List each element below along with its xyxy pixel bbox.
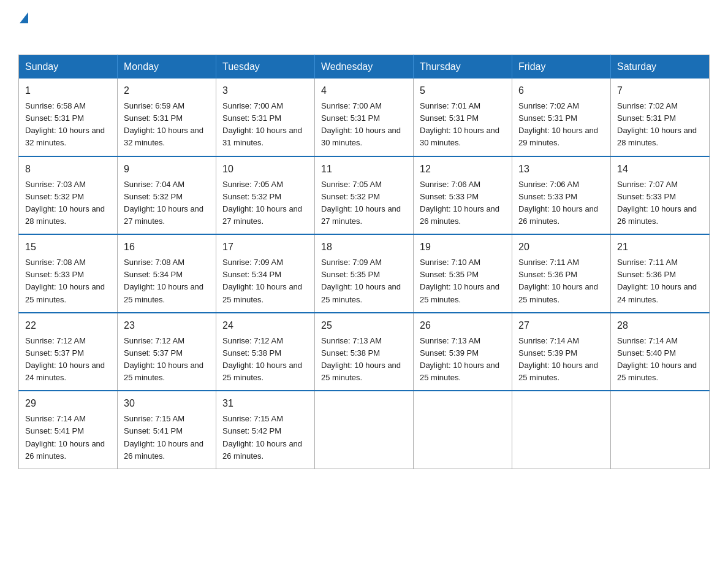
calendar-day-cell: 7 Sunrise: 7:02 AMSunset: 5:31 PMDayligh… <box>611 79 710 156</box>
calendar-day-cell: 25 Sunrise: 7:13 AMSunset: 5:38 PMDaylig… <box>315 313 414 391</box>
day-number: 28 <box>617 318 703 333</box>
calendar-day-cell: 2 Sunrise: 6:59 AMSunset: 5:31 PMDayligh… <box>118 79 216 156</box>
day-number: 26 <box>420 318 506 333</box>
day-info: Sunrise: 7:07 AMSunset: 5:33 PMDaylight:… <box>617 180 697 226</box>
day-number: 29 <box>25 396 111 411</box>
day-info: Sunrise: 7:02 AMSunset: 5:31 PMDaylight:… <box>617 101 697 147</box>
day-number: 5 <box>420 83 506 98</box>
day-info: Sunrise: 7:15 AMSunset: 5:42 PMDaylight:… <box>222 414 302 460</box>
calendar-day-cell <box>414 391 512 469</box>
calendar-day-cell: 29 Sunrise: 7:14 AMSunset: 5:41 PMDaylig… <box>19 391 118 469</box>
day-number: 13 <box>518 162 604 177</box>
day-info: Sunrise: 7:09 AMSunset: 5:34 PMDaylight:… <box>222 258 302 304</box>
calendar-table: SundayMondayTuesdayWednesdayThursdayFrid… <box>18 55 710 469</box>
day-info: Sunrise: 7:06 AMSunset: 5:33 PMDaylight:… <box>420 180 499 226</box>
calendar-day-cell: 31 Sunrise: 7:15 AMSunset: 5:42 PMDaylig… <box>216 391 315 469</box>
logo <box>18 12 28 44</box>
day-info: Sunrise: 7:10 AMSunset: 5:35 PMDaylight:… <box>420 258 499 304</box>
calendar-day-cell: 19 Sunrise: 7:10 AMSunset: 5:35 PMDaylig… <box>414 234 512 313</box>
day-number: 14 <box>617 162 703 177</box>
day-info: Sunrise: 7:09 AMSunset: 5:35 PMDaylight:… <box>321 258 401 304</box>
day-number: 15 <box>25 240 111 255</box>
day-of-week-header: Sunday <box>19 55 118 79</box>
day-number: 11 <box>321 162 407 177</box>
calendar-day-cell: 24 Sunrise: 7:12 AMSunset: 5:38 PMDaylig… <box>216 313 315 391</box>
calendar-day-cell: 4 Sunrise: 7:00 AMSunset: 5:31 PMDayligh… <box>315 79 414 156</box>
day-of-week-header: Thursday <box>414 55 512 79</box>
day-number: 22 <box>25 318 111 333</box>
day-info: Sunrise: 7:14 AMSunset: 5:41 PMDaylight:… <box>25 414 105 460</box>
day-number: 3 <box>222 83 308 98</box>
day-info: Sunrise: 7:12 AMSunset: 5:37 PMDaylight:… <box>124 336 203 382</box>
calendar-week-row: 1 Sunrise: 6:58 AMSunset: 5:31 PMDayligh… <box>19 79 710 156</box>
calendar-week-row: 8 Sunrise: 7:03 AMSunset: 5:32 PMDayligh… <box>19 156 710 235</box>
day-number: 23 <box>124 318 210 333</box>
day-info: Sunrise: 7:14 AMSunset: 5:39 PMDaylight:… <box>518 336 598 382</box>
day-info: Sunrise: 7:04 AMSunset: 5:32 PMDaylight:… <box>124 180 203 226</box>
day-info: Sunrise: 7:06 AMSunset: 5:33 PMDaylight:… <box>518 180 598 226</box>
day-number: 25 <box>321 318 407 333</box>
days-of-week-row: SundayMondayTuesdayWednesdayThursdayFrid… <box>19 55 710 79</box>
day-info: Sunrise: 7:12 AMSunset: 5:37 PMDaylight:… <box>25 336 105 382</box>
calendar-day-cell: 28 Sunrise: 7:14 AMSunset: 5:40 PMDaylig… <box>611 313 710 391</box>
calendar-week-row: 22 Sunrise: 7:12 AMSunset: 5:37 PMDaylig… <box>19 313 710 391</box>
day-number: 27 <box>518 318 604 333</box>
day-of-week-header: Wednesday <box>315 55 414 79</box>
calendar-day-cell: 22 Sunrise: 7:12 AMSunset: 5:37 PMDaylig… <box>19 313 118 391</box>
day-info: Sunrise: 7:14 AMSunset: 5:40 PMDaylight:… <box>617 336 697 382</box>
day-info: Sunrise: 6:59 AMSunset: 5:31 PMDaylight:… <box>124 101 203 147</box>
page-header <box>18 12 710 44</box>
day-number: 30 <box>124 396 210 411</box>
day-of-week-header: Saturday <box>611 55 710 79</box>
day-number: 10 <box>222 162 308 177</box>
day-info: Sunrise: 6:58 AMSunset: 5:31 PMDaylight:… <box>25 101 105 147</box>
day-number: 18 <box>321 240 407 255</box>
calendar-day-cell: 26 Sunrise: 7:13 AMSunset: 5:39 PMDaylig… <box>414 313 512 391</box>
day-number: 19 <box>420 240 506 255</box>
calendar-day-cell: 10 Sunrise: 7:05 AMSunset: 5:32 PMDaylig… <box>216 156 315 235</box>
calendar-day-cell <box>512 391 611 469</box>
day-info: Sunrise: 7:08 AMSunset: 5:33 PMDaylight:… <box>25 258 105 304</box>
logo-text <box>18 12 28 25</box>
calendar-day-cell: 3 Sunrise: 7:00 AMSunset: 5:31 PMDayligh… <box>216 79 315 156</box>
calendar-day-cell: 18 Sunrise: 7:09 AMSunset: 5:35 PMDaylig… <box>315 234 414 313</box>
day-number: 7 <box>617 83 703 98</box>
day-number: 6 <box>518 83 604 98</box>
day-info: Sunrise: 7:02 AMSunset: 5:31 PMDaylight:… <box>518 101 598 147</box>
day-number: 4 <box>321 83 407 98</box>
calendar-day-cell: 13 Sunrise: 7:06 AMSunset: 5:33 PMDaylig… <box>512 156 611 235</box>
day-number: 2 <box>124 83 210 98</box>
day-info: Sunrise: 7:11 AMSunset: 5:36 PMDaylight:… <box>617 258 697 304</box>
day-info: Sunrise: 7:00 AMSunset: 5:31 PMDaylight:… <box>222 101 302 147</box>
day-number: 17 <box>222 240 308 255</box>
logo-triangle-icon <box>20 12 28 23</box>
day-info: Sunrise: 7:08 AMSunset: 5:34 PMDaylight:… <box>124 258 203 304</box>
calendar-day-cell: 20 Sunrise: 7:11 AMSunset: 5:36 PMDaylig… <box>512 234 611 313</box>
calendar-day-cell <box>611 391 710 469</box>
day-number: 9 <box>124 162 210 177</box>
day-of-week-header: Tuesday <box>216 55 315 79</box>
calendar-week-row: 15 Sunrise: 7:08 AMSunset: 5:33 PMDaylig… <box>19 234 710 313</box>
day-info: Sunrise: 7:13 AMSunset: 5:39 PMDaylight:… <box>420 336 499 382</box>
calendar-day-cell: 6 Sunrise: 7:02 AMSunset: 5:31 PMDayligh… <box>512 79 611 156</box>
calendar-body: 1 Sunrise: 6:58 AMSunset: 5:31 PMDayligh… <box>19 79 710 469</box>
calendar-day-cell: 12 Sunrise: 7:06 AMSunset: 5:33 PMDaylig… <box>414 156 512 235</box>
day-number: 21 <box>617 240 703 255</box>
calendar-day-cell: 11 Sunrise: 7:05 AMSunset: 5:32 PMDaylig… <box>315 156 414 235</box>
day-info: Sunrise: 7:01 AMSunset: 5:31 PMDaylight:… <box>420 101 499 147</box>
day-number: 8 <box>25 162 111 177</box>
calendar-day-cell: 5 Sunrise: 7:01 AMSunset: 5:31 PMDayligh… <box>414 79 512 156</box>
day-number: 1 <box>25 83 111 98</box>
calendar-day-cell: 21 Sunrise: 7:11 AMSunset: 5:36 PMDaylig… <box>611 234 710 313</box>
day-number: 16 <box>124 240 210 255</box>
day-of-week-header: Monday <box>118 55 216 79</box>
day-number: 12 <box>420 162 506 177</box>
calendar-day-cell: 27 Sunrise: 7:14 AMSunset: 5:39 PMDaylig… <box>512 313 611 391</box>
day-info: Sunrise: 7:00 AMSunset: 5:31 PMDaylight:… <box>321 101 401 147</box>
calendar-day-cell: 16 Sunrise: 7:08 AMSunset: 5:34 PMDaylig… <box>118 234 216 313</box>
calendar-day-cell: 8 Sunrise: 7:03 AMSunset: 5:32 PMDayligh… <box>19 156 118 235</box>
calendar-header: SundayMondayTuesdayWednesdayThursdayFrid… <box>19 55 710 79</box>
day-number: 31 <box>222 396 308 411</box>
day-info: Sunrise: 7:11 AMSunset: 5:36 PMDaylight:… <box>518 258 598 304</box>
calendar-day-cell: 23 Sunrise: 7:12 AMSunset: 5:37 PMDaylig… <box>118 313 216 391</box>
